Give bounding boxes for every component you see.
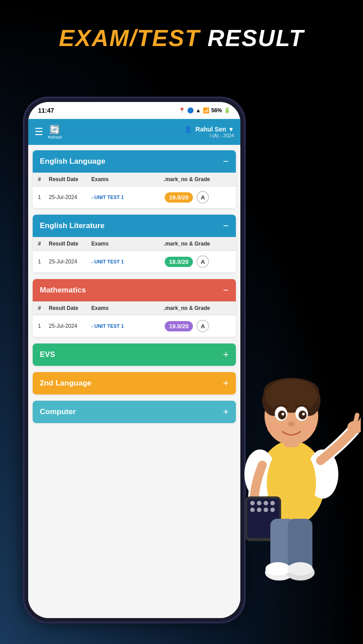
subject-name-english-literature: English Literature [40, 221, 105, 230]
col-num: # [33, 173, 46, 186]
app-header: ☰ 🔄 Refresh 👤 Rahul Sen ▼ I (A) - 2024 [28, 119, 240, 145]
content-area[interactable]: English Language − # Result Date Exams .… [28, 145, 240, 618]
collapse-icon-mathematics[interactable]: − [223, 284, 229, 296]
col-date: Result Date [46, 301, 89, 315]
grade-circle: A [196, 320, 209, 332]
row-exam[interactable]: - UNIT TEST 1 [89, 315, 138, 337]
header-left: ☰ 🔄 Refresh [34, 124, 62, 140]
subject-name-mathematics: Mathematics [40, 286, 86, 295]
title-result: RESULT [207, 25, 304, 51]
character-illustration [220, 313, 363, 590]
result-table-english-language: # Result Date Exams .mark_no & Grade 1 2… [33, 173, 236, 208]
col-date: Result Date [46, 237, 89, 251]
col-date: Result Date [46, 173, 89, 186]
subject-header-2nd-language[interactable]: 2nd Language + [33, 372, 236, 394]
subject-section-2nd-language: 2nd Language + [33, 372, 236, 394]
col-marks-grade: .mark_no & Grade [138, 237, 236, 251]
row-date: 25-Jul-2024 [46, 251, 89, 273]
collapse-icon-english-literature[interactable]: − [223, 220, 229, 232]
marks-badge: 19.0/20 [165, 192, 193, 203]
grade-circle: A [196, 191, 209, 203]
subject-header-english-literature[interactable]: English Literature − [33, 215, 236, 237]
col-exams: Exams [89, 173, 138, 186]
svg-point-25 [270, 501, 275, 505]
bluetooth-icon: 🔵 [187, 107, 194, 114]
col-num: # [33, 301, 46, 315]
menu-button[interactable]: ☰ [34, 126, 43, 138]
subject-section-mathematics: Mathematics − # Result Date Exams .mark_… [33, 279, 236, 337]
status-bar: 11:47 📍 🔵 ▲ 📶 56% 🔋 [28, 102, 240, 119]
row-marks-grade: 18.0/20 A [138, 251, 236, 273]
col-exams: Exams [89, 301, 138, 315]
row-num: 1 [33, 186, 46, 208]
phone-inner: 11:47 📍 🔵 ▲ 📶 56% 🔋 ☰ 🔄 Refresh [28, 102, 240, 618]
subject-section-computer: Computer + [33, 401, 236, 423]
header-class: I (A) - 2024 [184, 133, 234, 138]
svg-point-18 [303, 424, 316, 433]
status-icons: 📍 🔵 ▲ 📶 56% 🔋 [179, 107, 231, 114]
grade-circle: A [196, 255, 209, 268]
dropdown-icon[interactable]: ▼ [228, 126, 234, 133]
table-row: 1 25-Jul-2024 - UNIT TEST 1 19.0/20 A [33, 315, 236, 337]
svg-point-22 [250, 501, 255, 505]
header-user: 👤 Rahul Sen ▼ [184, 126, 234, 133]
collapse-icon-english-language[interactable]: − [223, 156, 229, 167]
col-exams: Exams [89, 237, 138, 251]
battery-icon: 🔋 [224, 107, 231, 114]
result-table-mathematics: # Result Date Exams .mark_no & Grade 1 2… [33, 301, 236, 337]
svg-point-23 [257, 501, 261, 505]
battery-text: 56% [211, 107, 222, 114]
page-title: EXAM/TEST RESULT [0, 25, 363, 51]
subject-section-evs: EVS + [33, 343, 236, 366]
table-header-row: # Result Date Exams .mark_no & Grade [33, 237, 236, 251]
row-marks-grade: 19.0/20 A [138, 186, 236, 208]
subject-section-english-language: English Language − # Result Date Exams .… [33, 150, 236, 208]
subject-name-evs: EVS [40, 350, 55, 359]
col-num: # [33, 237, 46, 251]
svg-point-15 [302, 413, 305, 415]
svg-point-16 [288, 421, 295, 427]
result-table-english-literature: # Result Date Exams .mark_no & Grade 1 2… [33, 237, 236, 273]
title-exam: EXAM/TEST [59, 25, 200, 51]
user-icon: 👤 [184, 126, 192, 133]
row-num: 1 [33, 251, 46, 273]
svg-point-26 [250, 508, 255, 512]
table-row: 1 25-Jul-2024 - UNIT TEST 1 18.0/20 A [33, 251, 236, 273]
row-exam[interactable]: - UNIT TEST 1 [89, 186, 138, 208]
subject-name-computer: Computer [40, 407, 76, 416]
row-date: 25-Jul-2024 [46, 186, 89, 208]
svg-point-17 [267, 424, 280, 433]
phone-frame: 11:47 📍 🔵 ▲ 📶 56% 🔋 ☰ 🔄 Refresh [25, 98, 244, 622]
svg-point-24 [264, 501, 268, 505]
row-exam[interactable]: - UNIT TEST 1 [89, 251, 138, 273]
signal-icon: 📶 [203, 107, 209, 114]
svg-point-14 [282, 413, 284, 415]
svg-point-9 [265, 379, 317, 413]
subject-header-computer[interactable]: Computer + [33, 401, 236, 423]
refresh-label: Refresh [48, 135, 62, 140]
marks-badge: 19.0/20 [165, 321, 193, 331]
svg-point-34 [265, 562, 290, 576]
subject-name-english-language: English Language [40, 157, 105, 166]
col-marks-grade: .mark_no & Grade [138, 173, 236, 186]
wifi-icon: ▲ [196, 107, 201, 114]
status-time: 11:47 [38, 107, 54, 114]
refresh-icon: 🔄 [49, 124, 60, 135]
header-right: 👤 Rahul Sen ▼ I (A) - 2024 [184, 126, 234, 138]
svg-point-28 [264, 508, 268, 512]
subject-section-english-literature: English Literature − # Result Date Exams… [33, 215, 236, 273]
subject-header-evs[interactable]: EVS + [33, 343, 236, 366]
refresh-button[interactable]: 🔄 Refresh [48, 124, 62, 140]
svg-point-27 [257, 508, 261, 512]
marks-badge: 18.0/20 [165, 257, 193, 267]
row-num: 1 [33, 315, 46, 337]
character-svg [222, 313, 361, 590]
location-icon: 📍 [179, 107, 185, 114]
table-header-row: # Result Date Exams .mark_no & Grade [33, 173, 236, 186]
row-date: 25-Jul-2024 [46, 315, 89, 337]
subject-header-english-language[interactable]: English Language − [33, 150, 236, 173]
subject-header-mathematics[interactable]: Mathematics − [33, 279, 236, 301]
table-header-row: # Result Date Exams .mark_no & Grade [33, 301, 236, 315]
svg-point-35 [288, 562, 313, 576]
table-row: 1 25-Jul-2024 - UNIT TEST 1 19.0/20 A [33, 186, 236, 208]
